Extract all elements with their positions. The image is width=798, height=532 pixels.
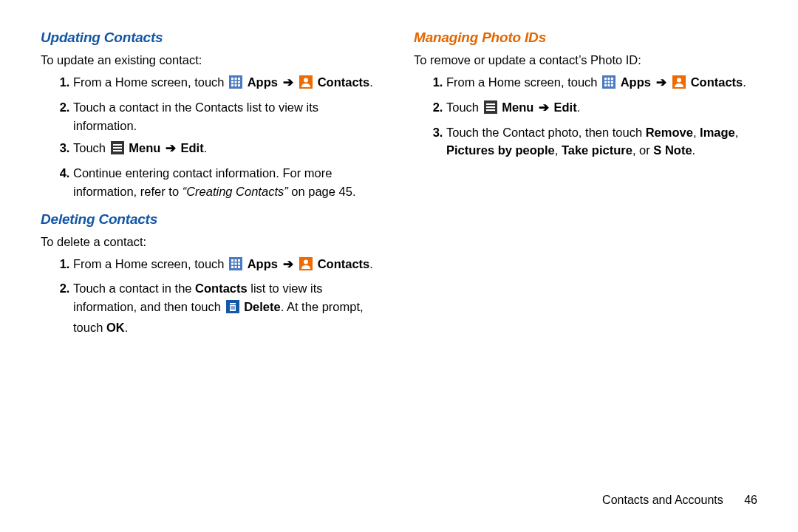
intro-deleting: To delete a contact: <box>41 233 384 250</box>
two-columns: Updating Contacts To update an existing … <box>41 30 757 347</box>
svg-rect-41 <box>604 84 607 86</box>
apps-icon <box>229 75 242 94</box>
svg-rect-25 <box>238 266 240 268</box>
svg-rect-5 <box>235 81 237 83</box>
svg-rect-15 <box>113 150 122 151</box>
intro-managing: To remove or update a contact’s Photo ID… <box>414 52 757 69</box>
text-fragment: From a Home screen, touch <box>73 75 228 89</box>
updating-step-4: Continue entering contact information. F… <box>73 164 384 201</box>
arrow-icon: ➔ <box>656 75 666 89</box>
managing-step-3: Touch the Contact photo, then touch Remo… <box>446 123 757 160</box>
svg-rect-33 <box>233 306 234 310</box>
menu-icon <box>111 141 124 160</box>
managing-step-2: Touch Menu ➔ Edit. <box>446 98 757 119</box>
svg-rect-35 <box>604 78 607 80</box>
svg-rect-6 <box>238 81 240 83</box>
text-fragment: From a Home screen, touch <box>73 257 228 270</box>
contacts-label: Contacts <box>691 75 743 89</box>
svg-rect-48 <box>486 106 495 108</box>
updating-step-2: Touch a contact in the Contacts list to … <box>73 98 384 135</box>
contacts-icon <box>299 257 313 276</box>
text-fragment: Touch <box>446 100 482 114</box>
steps-managing: From a Home screen, touch Apps ➔ Contact… <box>414 73 757 160</box>
svg-rect-3 <box>238 78 240 80</box>
svg-rect-17 <box>231 259 233 262</box>
text-fragment: Touch <box>73 141 109 154</box>
text-fragment: Touch the Contact photo, then touch <box>446 126 646 139</box>
svg-rect-40 <box>611 81 613 83</box>
comma: , <box>735 126 739 139</box>
opt-pictures: Pictures by people <box>446 143 555 157</box>
svg-rect-32 <box>232 306 233 310</box>
svg-rect-23 <box>231 266 233 268</box>
or: , or <box>632 143 653 157</box>
opt-image: Image <box>700 126 735 139</box>
managing-step-1: From a Home screen, touch Apps ➔ Contact… <box>446 73 757 94</box>
apps-label: Apps <box>248 75 278 89</box>
period: . <box>125 321 129 334</box>
svg-rect-18 <box>235 259 237 262</box>
text-fragment: From a Home screen, touch <box>446 75 601 89</box>
svg-rect-38 <box>604 81 607 83</box>
svg-rect-7 <box>231 84 233 86</box>
text-fragment: Touch a contact in the <box>73 282 195 295</box>
arrow-icon: ➔ <box>283 257 293 270</box>
svg-rect-9 <box>238 84 240 86</box>
svg-rect-31 <box>231 306 231 310</box>
contacts-icon <box>672 75 686 94</box>
svg-rect-21 <box>235 262 237 265</box>
arrow-icon: ➔ <box>166 141 176 154</box>
svg-rect-39 <box>608 81 610 83</box>
period: . <box>743 75 746 89</box>
steps-updating: From a Home screen, touch Apps ➔ Contact… <box>41 73 384 201</box>
svg-rect-2 <box>235 78 237 80</box>
svg-rect-20 <box>231 262 233 265</box>
svg-rect-29 <box>230 303 236 304</box>
edit-label: Edit <box>181 141 204 154</box>
period: . <box>204 141 208 154</box>
delete-icon <box>226 300 239 318</box>
comma: , <box>555 143 562 157</box>
text-fragment: on page 45. <box>291 185 355 198</box>
arrow-icon: ➔ <box>539 100 549 114</box>
page-root: Updating Contacts To update an existing … <box>0 0 798 532</box>
svg-point-45 <box>677 78 681 83</box>
updating-step-1: From a Home screen, touch Apps ➔ Contact… <box>73 73 384 94</box>
period: . <box>692 143 696 157</box>
svg-rect-1 <box>231 78 233 80</box>
delete-label: Delete <box>244 300 281 313</box>
reference-link: “Creating Contacts” <box>183 185 288 198</box>
left-column: Updating Contacts To update an existing … <box>41 30 384 347</box>
svg-rect-13 <box>113 144 122 146</box>
svg-rect-24 <box>235 266 237 268</box>
contacts-label: Contacts <box>318 257 370 270</box>
opt-remove: Remove <box>646 126 693 139</box>
svg-rect-36 <box>608 78 610 80</box>
svg-rect-8 <box>235 84 237 86</box>
edit-label: Edit <box>554 100 577 114</box>
deleting-step-2: Touch a contact in the Contacts list to … <box>73 279 384 336</box>
right-column: Managing Photo IDs To remove or update a… <box>414 30 757 347</box>
svg-rect-49 <box>486 109 495 111</box>
period: . <box>369 75 373 89</box>
heading-updating-contacts: Updating Contacts <box>41 30 384 46</box>
heading-managing-photo-ids: Managing Photo IDs <box>414 30 757 46</box>
ok-label: OK <box>106 321 125 334</box>
steps-deleting: From a Home screen, touch Apps ➔ Contact… <box>41 255 384 337</box>
heading-deleting-contacts: Deleting Contacts <box>41 211 384 228</box>
menu-label: Menu <box>502 100 533 114</box>
svg-rect-14 <box>113 147 122 149</box>
menu-label: Menu <box>129 141 160 154</box>
apps-icon <box>229 257 242 276</box>
opt-snote: S Note <box>653 143 692 157</box>
svg-rect-47 <box>486 103 495 105</box>
footer-section: Contacts and Accounts <box>602 494 723 506</box>
svg-rect-42 <box>608 84 610 86</box>
footer-page-number: 46 <box>744 494 757 506</box>
svg-point-11 <box>304 78 308 83</box>
intro-updating: To update an existing contact: <box>41 52 384 69</box>
contacts-label: Contacts <box>318 75 370 89</box>
text-bold: Contacts <box>195 282 248 295</box>
menu-icon <box>484 100 497 119</box>
opt-take-picture: Take picture <box>562 143 632 157</box>
